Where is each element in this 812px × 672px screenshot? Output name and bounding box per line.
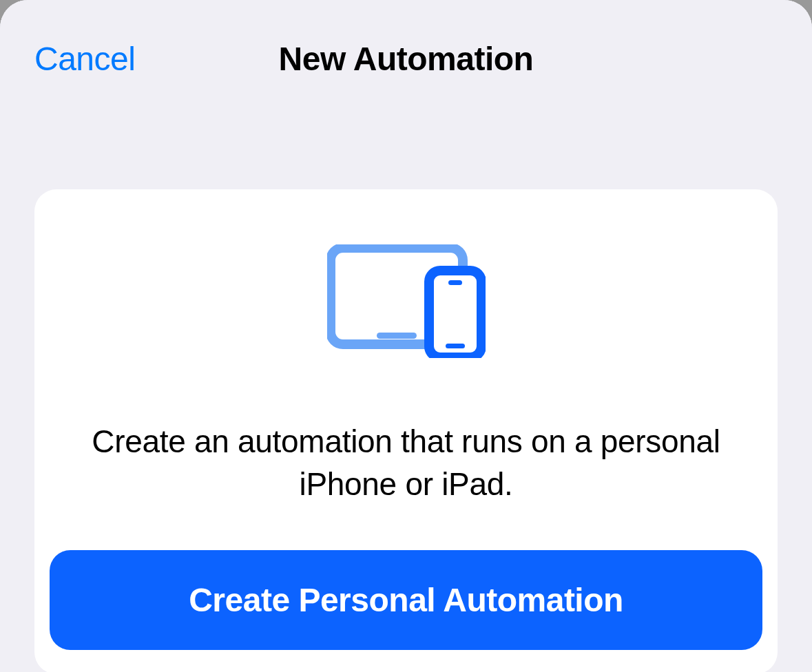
cancel-button[interactable]: Cancel [34, 40, 135, 78]
new-automation-modal: Cancel New Automation Create an automati… [0, 0, 812, 672]
svg-rect-1 [377, 333, 417, 339]
modal-header: Cancel New Automation [34, 34, 778, 83]
personal-automation-card: Create an automation that runs on a pers… [34, 189, 778, 672]
svg-rect-3 [448, 280, 462, 285]
svg-rect-4 [446, 344, 465, 348]
card-description: Create an automation that runs on a pers… [50, 420, 762, 505]
create-personal-automation-button[interactable]: Create Personal Automation [50, 550, 762, 650]
devices-icon [327, 244, 486, 358]
modal-title: New Automation [279, 40, 534, 78]
